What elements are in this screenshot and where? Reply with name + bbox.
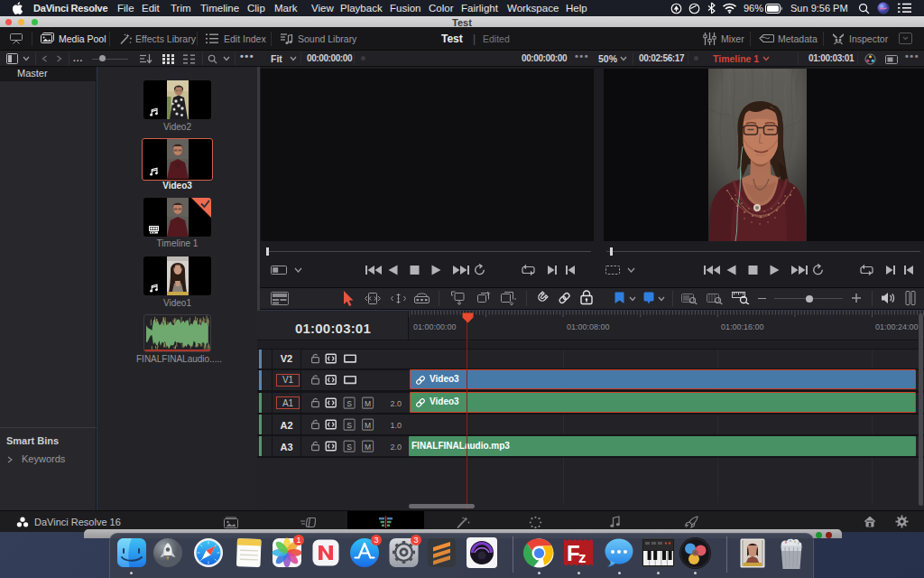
svg-text:2.0: 2.0 [390,443,402,452]
svg-text:z: z [578,549,587,566]
svg-text:1.0: 1.0 [390,421,402,430]
svg-text:2.0: 2.0 [390,399,402,408]
